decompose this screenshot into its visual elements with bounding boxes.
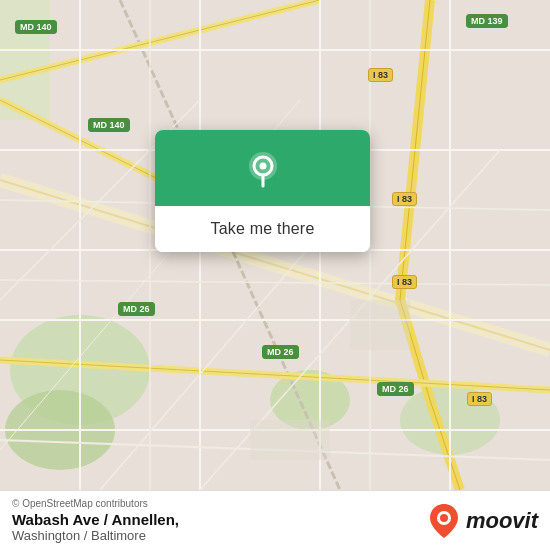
svg-rect-34 (350, 300, 410, 350)
moovit-pin-icon (428, 502, 460, 540)
moovit-brand-text: moovit (466, 508, 538, 534)
road-badge-md26-1: MD 26 (118, 302, 155, 316)
map-container: MD 140 MD 140 MD 26 MD 26 MD 26 I 83 I 8… (0, 0, 550, 490)
take-me-there-button[interactable]: Take me there (155, 206, 370, 252)
road-badge-md140-2: MD 140 (88, 118, 130, 132)
location-region: Washington / Baltimore (12, 528, 179, 543)
road-badge-i83-2: I 83 (392, 192, 417, 206)
road-badge-md26-2: MD 26 (262, 345, 299, 359)
road-badge-i83-4: I 83 (467, 392, 492, 406)
popup-green-area (155, 130, 370, 206)
svg-rect-33 (250, 420, 330, 460)
popup-card: Take me there (155, 130, 370, 252)
bottom-info: © OpenStreetMap contributors Wabash Ave … (12, 498, 179, 543)
road-badge-i83-3: I 83 (392, 275, 417, 289)
road-badge-md140-1: MD 140 (15, 20, 57, 34)
svg-point-40 (440, 514, 448, 522)
svg-point-37 (259, 163, 266, 170)
bottom-bar: © OpenStreetMap contributors Wabash Ave … (0, 490, 550, 550)
moovit-logo: moovit (428, 502, 538, 540)
location-pin-icon (241, 148, 285, 192)
location-name: Wabash Ave / Annellen, (12, 511, 179, 528)
road-badge-md139: MD 139 (466, 14, 508, 28)
road-badge-md26-3: MD 26 (377, 382, 414, 396)
attribution-text: © OpenStreetMap contributors (12, 498, 179, 509)
road-badge-i83-1: I 83 (368, 68, 393, 82)
